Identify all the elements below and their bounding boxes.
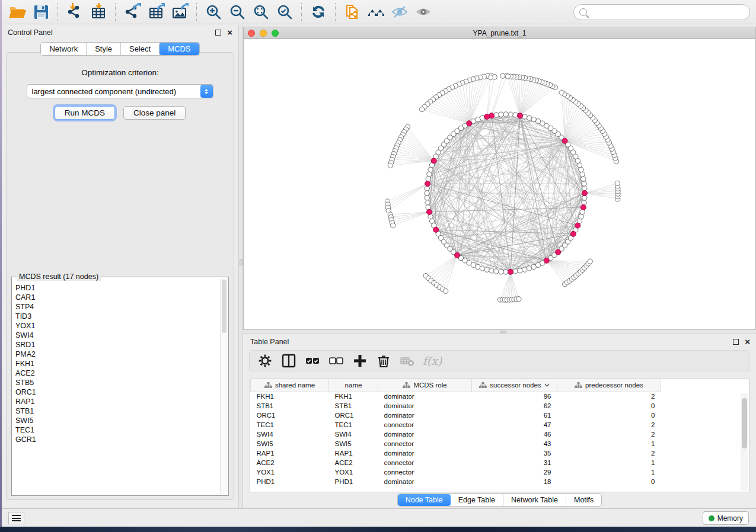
table-row[interactable]: TEC1TEC1connector472 [251, 420, 661, 430]
table-cell[interactable]: 1 [557, 458, 661, 467]
column-header-successor-nodes[interactable]: successor nodes [472, 379, 557, 392]
table-cell[interactable]: 43 [472, 439, 557, 448]
table-cell[interactable]: connector [378, 458, 472, 467]
horizontal-splitter[interactable] [243, 329, 756, 334]
duplicate-network-button[interactable] [340, 2, 364, 22]
vertical-splitter[interactable] [238, 25, 243, 508]
table-cell[interactable]: ORC1 [329, 411, 378, 420]
table-cell[interactable]: dominator [378, 477, 472, 486]
mcds-result-item[interactable]: FKH1 [15, 359, 219, 368]
mcds-result-item[interactable]: STB5 [15, 378, 219, 387]
save-session-button[interactable] [29, 2, 53, 22]
columns-button[interactable] [278, 352, 299, 370]
table-cell[interactable]: connector [378, 420, 472, 430]
zoom-fit-button[interactable] [249, 2, 273, 22]
table-cell[interactable]: 0 [557, 477, 661, 486]
deselect-all-button[interactable] [326, 352, 347, 370]
memory-button[interactable]: Memory [703, 511, 749, 525]
zoom-in-button[interactable] [202, 2, 225, 22]
table-cell[interactable]: 47 [472, 420, 557, 430]
table-cell[interactable]: dominator [378, 448, 472, 458]
table-cell[interactable]: SWI4 [329, 430, 378, 439]
mcds-result-item[interactable]: PMA2 [15, 350, 219, 359]
float-panel-icon[interactable] [215, 30, 221, 36]
table-cell[interactable]: connector [378, 467, 472, 477]
table-scrollbar[interactable] [741, 393, 748, 491]
mcds-result-item[interactable]: ORC1 [15, 387, 219, 397]
table-cell[interactable]: 46 [472, 430, 557, 439]
gear-button[interactable] [254, 352, 276, 370]
table-cell[interactable]: 31 [472, 458, 557, 467]
mcds-result-item[interactable]: STP4 [15, 302, 219, 312]
first-neighbors-button[interactable] [364, 2, 388, 22]
export-network-button[interactable] [120, 2, 144, 22]
table-row[interactable]: SWI5SWI5connector431 [251, 439, 661, 448]
table-cell[interactable]: SWI5 [329, 439, 378, 448]
table-cell[interactable]: dominator [378, 392, 472, 401]
tab-style[interactable]: Style [87, 43, 121, 55]
tab-node-table[interactable]: Node Table [398, 494, 451, 506]
table-cell[interactable]: 1 [557, 439, 661, 448]
table-row[interactable]: STB1STB1dominator620 [251, 401, 661, 411]
open-file-button[interactable] [5, 2, 29, 22]
table-cell[interactable]: STB1 [251, 401, 329, 411]
splitter-grip[interactable] [500, 331, 506, 333]
tab-network-table[interactable]: Network Table [503, 494, 566, 506]
refresh-button[interactable] [307, 2, 330, 22]
tab-network[interactable]: Network [41, 43, 87, 55]
show-task-history-button[interactable] [8, 512, 24, 524]
table-cell[interactable]: SWI5 [251, 439, 329, 448]
table-cell[interactable]: STB1 [329, 401, 378, 411]
column-header-MCDS-role[interactable]: MCDS role [378, 379, 472, 392]
network-canvas[interactable] [244, 40, 755, 329]
table-cell[interactable]: ACE2 [251, 458, 329, 467]
mcds-result-item[interactable]: TID3 [15, 312, 219, 321]
tab-motifs[interactable]: Motifs [566, 494, 601, 506]
import-network-button[interactable] [63, 2, 87, 22]
mcds-result-item[interactable]: SWI4 [15, 331, 219, 340]
float-panel-icon[interactable] [733, 339, 739, 345]
table-cell[interactable]: 1 [557, 467, 661, 477]
table-row[interactable]: ACE2ACE2connector311 [251, 458, 661, 467]
table-cell[interactable]: 61 [472, 411, 557, 420]
table-cell[interactable]: 96 [472, 392, 557, 401]
table-cell[interactable]: dominator [378, 411, 472, 420]
export-image-button[interactable] [168, 2, 192, 22]
table-cell[interactable]: dominator [378, 401, 472, 411]
function-button[interactable]: f(x) [420, 352, 442, 370]
table-cell[interactable]: YOX1 [329, 467, 378, 477]
table-cell[interactable]: 2 [557, 392, 661, 401]
table-cell[interactable]: 2 [557, 430, 661, 439]
table-row[interactable]: YOX1YOX1connector291 [251, 467, 661, 477]
delete-button[interactable] [373, 352, 394, 370]
add-button[interactable] [349, 352, 371, 370]
column-header-shared-name[interactable]: shared name [251, 379, 329, 392]
hide-selected-button[interactable] [388, 2, 412, 22]
select-all-button[interactable] [302, 352, 323, 370]
table-cell[interactable]: YOX1 [251, 467, 329, 477]
mcds-result-item[interactable]: TEC1 [15, 425, 219, 435]
column-header-predecessor-nodes[interactable]: predecessor nodes [557, 379, 661, 392]
mcds-result-item[interactable]: CAR1 [15, 293, 219, 302]
import-table-button[interactable] [87, 2, 110, 22]
splitter-grip[interactable] [240, 259, 243, 265]
table-cell[interactable]: RAP1 [251, 448, 329, 458]
table-cell[interactable]: RAP1 [329, 448, 378, 458]
mcds-result-item[interactable]: SWI5 [15, 416, 219, 425]
tab-edge-table[interactable]: Edge Table [451, 494, 503, 506]
mcds-result-list[interactable]: PHD1CAR1STP4TID3YOX1SWI4SRD1PMA2FKH1ACE2… [15, 283, 219, 494]
table-cell[interactable]: 29 [472, 467, 557, 477]
table-row[interactable]: FKH1FKH1dominator962 [251, 392, 661, 401]
table-cell[interactable]: 0 [557, 401, 661, 411]
mcds-result-item[interactable]: ACE2 [15, 368, 219, 378]
export-table-button[interactable] [144, 2, 168, 22]
table-cell[interactable]: PHD1 [329, 477, 378, 486]
search-input[interactable] [591, 8, 744, 17]
table-cell[interactable]: ORC1 [251, 411, 329, 420]
close-panel-button[interactable]: Close panel [123, 106, 186, 120]
table-cell[interactable]: TEC1 [329, 420, 378, 430]
table-row[interactable]: PHD1PHD1dominator180 [251, 477, 661, 486]
mcds-result-item[interactable]: GCR1 [15, 435, 219, 444]
table-cell[interactable]: TEC1 [251, 420, 329, 430]
table-cell[interactable]: 2 [557, 448, 661, 458]
